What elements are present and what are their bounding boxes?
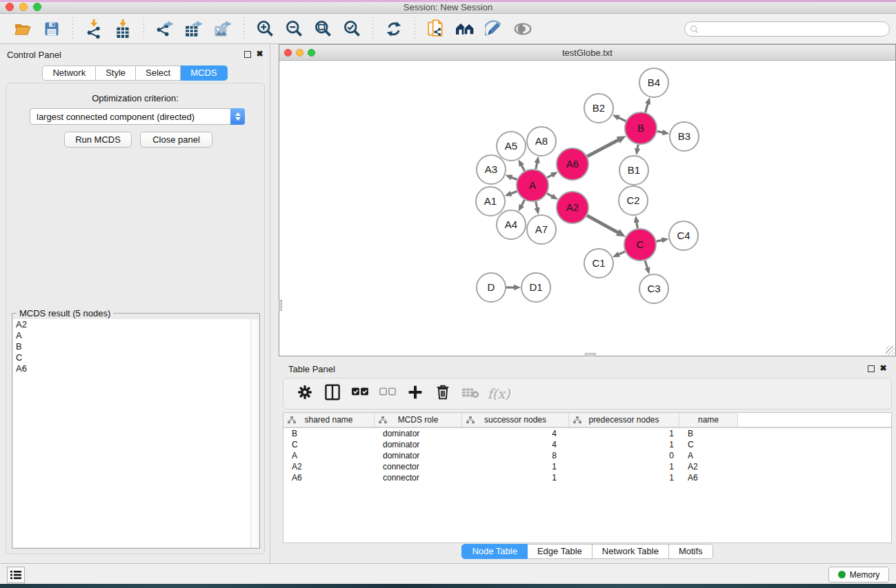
column-header-MCDS-role[interactable]: MCDS role [375, 413, 462, 427]
graph-node-B3[interactable]: B3 [670, 122, 699, 151]
result-item[interactable]: C [13, 352, 250, 363]
graph-node-C[interactable]: C [624, 229, 656, 261]
duplicate-network-button[interactable] [424, 17, 448, 41]
table-cell[interactable]: connector [375, 461, 462, 472]
table-row[interactable]: A6connector11A6 [283, 472, 891, 483]
table-row[interactable]: A2connector11A2 [283, 461, 891, 472]
result-item[interactable]: A6 [13, 363, 250, 374]
graph-node-C3[interactable]: C3 [639, 274, 668, 303]
graphics-details-button[interactable] [510, 17, 535, 41]
graph-node-A1[interactable]: A1 [476, 187, 505, 216]
float-panel-icon[interactable] [244, 51, 251, 58]
table-cell[interactable]: 1 [569, 472, 679, 483]
save-session-button[interactable] [39, 17, 64, 41]
zoom-out-button[interactable] [281, 17, 306, 41]
edge-A2-C[interactable] [587, 216, 619, 234]
table-row[interactable]: Bdominator41B [283, 428, 891, 439]
table-close-panel-icon[interactable]: ✖ [879, 364, 888, 373]
tab-edge-table[interactable]: Edge Table [528, 544, 593, 559]
annotation-pen-button[interactable] [481, 17, 506, 41]
column-layout-button[interactable] [322, 383, 343, 404]
graph-node-B1[interactable]: B1 [619, 156, 648, 185]
result-scrollbar[interactable] [250, 319, 259, 547]
table-cell[interactable]: A6 [283, 472, 375, 483]
import-table-button[interactable] [110, 17, 135, 41]
result-item[interactable]: A2 [13, 319, 250, 330]
graph-node-A8[interactable]: A8 [527, 127, 556, 156]
graph-node-B[interactable]: B [625, 112, 657, 144]
table-cell[interactable]: A [283, 450, 375, 461]
graph-node-A7[interactable]: A7 [527, 215, 556, 244]
table-cell[interactable]: A6 [679, 472, 738, 483]
edge-A6-B[interactable] [587, 139, 619, 156]
zoom-selected-button[interactable] [339, 17, 364, 41]
export-network-button[interactable] [152, 17, 177, 41]
result-item[interactable]: B [13, 341, 250, 352]
graph-node-A[interactable]: A [517, 170, 548, 201]
column-header-successor-nodes[interactable]: successor nodes [462, 413, 569, 427]
delete-column-button[interactable] [432, 383, 453, 404]
graph-node-D1[interactable]: D1 [521, 273, 550, 302]
table-cell[interactable]: C [679, 439, 738, 450]
table-cell[interactable]: dominator [375, 428, 462, 439]
run-mcds-button[interactable]: Run MCDS [64, 132, 132, 148]
column-header-predecessor-nodes[interactable]: predecessor nodes [569, 413, 679, 427]
table-row[interactable]: Adominator80A [283, 450, 891, 461]
create-column-button[interactable] [405, 383, 426, 404]
graph-node-C1[interactable]: C1 [584, 249, 613, 278]
left-collapse-handle[interactable] [279, 300, 282, 311]
graph-node-B2[interactable]: B2 [584, 94, 613, 123]
memory-button[interactable]: Memory [828, 567, 889, 582]
table-cell[interactable]: 1 [569, 439, 679, 450]
graph-node-A4[interactable]: A4 [497, 210, 526, 239]
node-table[interactable]: shared nameMCDS rolesuccessor nodesprede… [283, 412, 892, 543]
table-cell[interactable]: 4 [462, 428, 569, 439]
zoom-in-button[interactable] [252, 17, 277, 41]
search-input[interactable] [699, 24, 889, 34]
network-canvas[interactable]: B4B2BB3B1A5A8A6A3AA1C2A2A4A7C4CC1C3DD1 [279, 61, 895, 356]
bottom-collapse-handle[interactable] [585, 353, 596, 356]
home-view-button[interactable] [452, 17, 477, 41]
criterion-dropdown[interactable]: largest connected component (directed) [30, 108, 245, 125]
graph-node-A2[interactable]: A2 [557, 192, 588, 223]
table-cell[interactable]: A [679, 450, 738, 461]
tab-style[interactable]: Style [96, 65, 136, 81]
column-header-name[interactable]: name [679, 413, 738, 427]
resize-grip[interactable] [886, 346, 895, 355]
tab-select[interactable]: Select [136, 65, 181, 81]
table-settings-button[interactable] [295, 383, 315, 404]
graph-node-A5[interactable]: A5 [497, 132, 526, 161]
close-panel-button[interactable]: Close panel [140, 132, 212, 148]
tab-motifs[interactable]: Motifs [669, 544, 713, 559]
result-item[interactable]: A [13, 330, 250, 341]
tab-network[interactable]: Network [42, 65, 96, 81]
tab-mcds[interactable]: MCDS [181, 65, 227, 81]
table-cell[interactable]: 4 [462, 439, 569, 450]
open-session-button[interactable] [10, 17, 35, 41]
table-cell[interactable]: 8 [462, 450, 569, 461]
table-cell[interactable]: C [283, 439, 375, 450]
refresh-button[interactable] [381, 17, 406, 41]
table-cell[interactable]: connector [375, 472, 462, 483]
graph-node-C2[interactable]: C2 [619, 186, 648, 215]
table-row[interactable]: Cdominator41C [283, 439, 891, 450]
tab-node-table[interactable]: Node Table [461, 544, 528, 559]
table-cell[interactable]: A2 [283, 461, 375, 472]
table-cell[interactable]: dominator [375, 439, 462, 450]
table-float-panel-icon[interactable] [868, 365, 875, 372]
table-cell[interactable]: B [283, 428, 375, 439]
import-network-button[interactable] [81, 17, 106, 41]
table-cell[interactable]: 0 [569, 450, 679, 461]
table-cell[interactable]: 1 [569, 428, 679, 439]
graph-node-A6[interactable]: A6 [557, 148, 588, 180]
task-history-button[interactable] [7, 567, 25, 583]
table-cell[interactable]: 1 [462, 472, 569, 483]
graph-node-B4[interactable]: B4 [639, 68, 668, 97]
search-field[interactable] [684, 21, 890, 37]
graph-node-C4[interactable]: C4 [669, 221, 698, 250]
graph-node-D[interactable]: D [477, 273, 506, 302]
select-all-columns-button[interactable] [350, 383, 370, 404]
close-panel-icon[interactable]: ✖ [255, 50, 264, 59]
table-cell[interactable]: 1 [462, 461, 569, 472]
export-table-button[interactable] [181, 17, 206, 41]
